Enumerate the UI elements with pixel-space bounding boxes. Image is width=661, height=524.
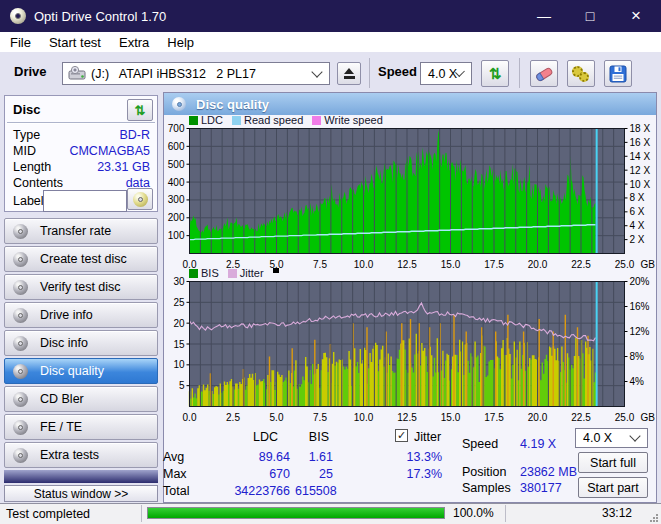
svg-text:600: 600 [168,141,185,152]
maximize-icon: □ [586,8,594,24]
max-ldc-value: 670 [205,467,290,481]
svg-text:200: 200 [168,212,185,223]
refresh-disc-button[interactable]: ⇅ [127,99,153,121]
sidebar-item-verify-test-disc[interactable]: Verify test disc [4,274,158,300]
legend-label: Jitter [240,267,264,279]
jitter-checkbox[interactable]: ✓ [395,429,408,442]
sidebar-item-transfer-rate[interactable]: Transfer rate [4,218,158,244]
status-text: Test completed [6,507,90,521]
disc-row-label: MID [13,144,36,158]
disc-row-value: 23.31 GB [97,160,150,174]
start-part-button[interactable]: Start part [578,477,648,498]
svg-text:15: 15 [173,339,185,350]
legend-marker-icon [273,268,279,273]
test-speed-select[interactable]: 4.0 X [575,428,648,448]
panel-title: Disc quality [196,97,269,112]
menu-help[interactable]: Help [159,35,202,50]
samples-stat-value: 380177 [520,481,562,495]
jitter-checkbox-label: Jitter [414,430,441,444]
save-icon [609,65,627,83]
menu-extra[interactable]: Extra [111,35,157,50]
disc-icon [13,392,28,407]
svg-text:15.0: 15.0 [441,412,461,423]
disc-panel-title: Disc [13,102,40,117]
sidebar-item-extra-tests[interactable]: Extra tests [4,442,158,468]
chart2-legend: BIS Jitter [189,267,279,279]
total-bis-value: 615508 [295,484,333,498]
svg-text:2.5: 2.5 [226,412,240,423]
status-window-label: Status window >> [34,487,129,501]
resize-grip[interactable] [650,514,658,522]
svg-text:8%: 8% [630,351,645,362]
start-full-label: Start full [590,456,636,470]
drive-select[interactable]: (J:) ATAPI iHBS312 2 PL17 [62,62,330,85]
drive-select-value: (J:) ATAPI iHBS312 2 PL17 [91,67,313,81]
speed-stat-label: Speed [462,437,498,451]
settings-button[interactable] [567,60,595,87]
sidebar-item-drive-info[interactable]: Drive info [4,302,158,328]
erase-disc-button[interactable] [530,60,558,87]
sidebar-item-fe-te[interactable]: FE / TE [4,414,158,440]
test-speed-value: 4.0 X [583,431,631,445]
toolbar-separator [519,58,520,88]
svg-text:12%: 12% [630,326,650,337]
sidebar-item-disc-info[interactable]: Disc info [4,330,158,356]
sidebar-item-label: Verify test disc [40,280,121,294]
speed-select[interactable]: 4.0 X [420,62,472,85]
disc-row-value: BD-R [119,128,150,142]
start-full-button[interactable]: Start full [578,452,648,473]
eraser-icon [534,65,554,83]
app-disc-icon [10,8,26,24]
bis-legend-swatch [189,269,198,278]
svg-text:10: 10 [173,359,185,370]
svg-text:500: 500 [168,159,185,170]
close-button[interactable]: × [613,0,659,32]
chevron-down-icon [629,430,640,441]
elapsed-time: 33:12 [560,506,632,520]
write-speed-legend-swatch [312,116,321,125]
minimize-button[interactable]: — [521,0,567,32]
refresh-icon: ⇅ [135,104,146,117]
menu-bar: File Start test Extra Help [0,32,661,52]
gears-icon [572,65,590,83]
svg-text:10 X: 10 X [630,179,651,190]
sidebar-item-create-test-disc[interactable]: Create test disc [4,246,158,272]
svg-text:6 X: 6 X [630,206,645,217]
svg-text:8 X: 8 X [630,192,645,203]
sidebar-item-cd-bler[interactable]: CD Bler [4,386,158,412]
disc-icon [13,448,28,463]
svg-text:100: 100 [168,230,185,241]
drive-icon [68,66,87,81]
label-input[interactable] [43,190,127,212]
disc-row-label: Contents [13,176,63,190]
start-part-label: Start part [587,481,638,495]
bis-jitter-chart: 510152025304%8%12%16%20%0.02.55.07.510.0… [165,265,657,423]
svg-text:25: 25 [173,297,185,308]
progress-bar [147,507,445,519]
svg-text:4%: 4% [630,376,645,387]
eject-icon [344,68,355,79]
refresh-drive-button[interactable]: ⇅ [481,60,509,87]
chevron-down-icon [311,66,322,77]
disc-label-button[interactable] [127,188,153,210]
save-button[interactable] [604,60,632,87]
eject-button[interactable] [337,62,361,85]
max-jitter-value: 17.3% [380,467,442,481]
disc-row-label: Type [13,128,40,142]
svg-text:400: 400 [168,177,185,188]
maximize-button[interactable]: □ [567,0,613,32]
sidebar-item-disc-quality[interactable]: Disc quality [4,358,158,384]
menu-start-test[interactable]: Start test [41,35,109,50]
svg-text:10.0: 10.0 [354,412,374,423]
legend-label: BIS [201,267,219,279]
menu-file[interactable]: File [2,35,39,50]
disc-icon [13,336,28,351]
stat-row-label: Avg [163,450,184,464]
legend-label: LDC [201,114,223,126]
status-window-button[interactable]: Status window >> [4,485,158,502]
stat-row-label: Total [163,484,189,498]
stat-row-label: Max [163,467,187,481]
sidebar-item-label: Create test disc [40,252,127,266]
speed-stat-value: 4.19 X [520,437,556,451]
sidebar-item-label: Disc quality [40,364,104,378]
